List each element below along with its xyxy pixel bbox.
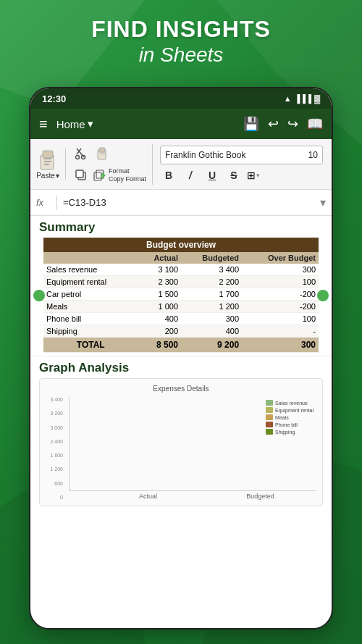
- ribbon-top-row: ━━━: [72, 144, 146, 163]
- bold-button[interactable]: B: [160, 167, 177, 183]
- redo-icon[interactable]: ↪: [287, 116, 298, 132]
- copy-format-label: Copy Format: [109, 175, 146, 183]
- svg-rect-9: [44, 164, 49, 165]
- signal-icon: ▐▐▐: [295, 94, 311, 103]
- legend-label: Shipping: [275, 430, 295, 435]
- font-name: Franklin Gothic Book: [165, 150, 300, 160]
- ribbon-bottom-row: Format Copy Format: [72, 166, 146, 185]
- table-cell: Equipment rental: [43, 276, 138, 288]
- x-axis-label: Actual: [92, 493, 204, 500]
- paste-text: Paste: [36, 172, 55, 180]
- total-row: TOTAL8 5009 200300: [43, 338, 319, 353]
- font-name-row[interactable]: Franklin Gothic Book 10: [160, 146, 323, 164]
- table-cell: 300: [181, 313, 242, 325]
- copy-format-button[interactable]: Format Copy Format: [93, 167, 146, 183]
- strikethrough-button[interactable]: S: [225, 167, 243, 183]
- undo-icon[interactable]: ↩: [268, 116, 279, 132]
- table-row: Car petrol1 5001 700-200: [43, 288, 319, 301]
- status-bar: 12:30 ▲ ▐▐▐ ▓: [30, 88, 332, 109]
- table-cell: -200: [242, 288, 319, 301]
- total-cell: 9 200: [181, 338, 242, 353]
- formula-bar: fx =C13-D13 ▾: [30, 190, 332, 216]
- legend-color: [266, 407, 273, 413]
- col-header-actual: Actual: [138, 252, 181, 264]
- status-time: 12:30: [42, 93, 66, 104]
- borders-group[interactable]: ⊞ ▾: [247, 170, 260, 181]
- budget-table-wrapper: Budget overview Actual Budgeted Over Bud…: [39, 238, 323, 353]
- formula-divider: [56, 196, 57, 210]
- table-row: Equipment rental2 3002 200100: [43, 276, 319, 288]
- legend-color: [266, 400, 273, 406]
- legend-color: [266, 429, 273, 435]
- total-cell: 8 500: [138, 338, 181, 353]
- status-icons: ▲ ▐▐▐ ▓: [284, 94, 320, 103]
- phone-mockup: 12:30 ▲ ▐▐▐ ▓ ≡ Home ▾ 💾 ↩ ↪ 📖: [29, 87, 333, 630]
- svg-rect-7: [44, 158, 51, 159]
- budget-table: Budget overview Actual Budgeted Over Bud…: [43, 238, 319, 353]
- legend-label: Meals: [275, 415, 289, 420]
- y-axis-label: 2 400: [50, 439, 63, 444]
- table-cell: 400: [181, 325, 242, 338]
- y-axis-label: 3 400: [50, 397, 63, 402]
- svg-rect-18: [76, 170, 83, 177]
- total-cell: TOTAL: [43, 338, 138, 353]
- budget-overview-title: Budget overview: [43, 238, 319, 252]
- formula-chevron[interactable]: ▾: [320, 196, 326, 209]
- formula-input[interactable]: =C13-D13: [63, 197, 314, 208]
- chart-x-labels: ActualBudgeted: [92, 493, 316, 500]
- chart-legend: Sales revenueEquipment rentalMealsPhone …: [266, 400, 313, 436]
- format-row: B / U S ⊞ ▾: [160, 167, 323, 183]
- svg-text:━━━: ━━━: [99, 151, 107, 156]
- y-axis-label: 1 800: [50, 453, 63, 458]
- paste-group: Paste ▾: [36, 149, 66, 180]
- table-row: Shipping200400-: [43, 325, 319, 338]
- ribbon-small-icons: ━━━: [72, 144, 153, 185]
- nav-home[interactable]: Home ▾: [56, 117, 235, 130]
- menu-icon[interactable]: ≡: [39, 116, 48, 133]
- table-col-headers: Actual Budgeted Over Budget: [43, 252, 319, 264]
- nav-bar: ≡ Home ▾ 💾 ↩ ↪ 📖: [30, 109, 332, 139]
- table-cell: 300: [242, 264, 319, 276]
- italic-button[interactable]: /: [182, 167, 199, 183]
- summary-section: Summary Budget overview Actual Budgeted …: [30, 216, 332, 356]
- table-title-row: Budget overview: [43, 238, 319, 252]
- format-label: Format: [109, 167, 146, 175]
- copy-format-icon: [93, 169, 106, 182]
- table-cell: 400: [138, 313, 181, 325]
- home-dropdown-icon: ▾: [88, 117, 93, 130]
- table-cell: 3 400: [181, 264, 242, 276]
- legend-color: [266, 414, 273, 420]
- total-cell: 300: [242, 338, 319, 353]
- book-icon[interactable]: 📖: [307, 116, 323, 132]
- copy-button[interactable]: [72, 166, 90, 185]
- nav-right-icons: 💾 ↩ ↪ 📖: [243, 116, 323, 132]
- table-cell: -200: [242, 301, 319, 313]
- col-header-name: [43, 252, 138, 264]
- col-header-overbudget: Over Budget: [242, 252, 319, 264]
- legend-item: Equipment rental: [266, 407, 313, 413]
- table-cell: 1 700: [181, 288, 242, 301]
- legend-item: Phone bill: [266, 422, 313, 427]
- paste-special-button[interactable]: ━━━: [93, 144, 112, 163]
- chart-container: Expenses Details 3 4003 2003 0002 4001 8…: [39, 378, 323, 506]
- table-row: Phone bill400300100: [43, 313, 319, 325]
- underline-button[interactable]: U: [203, 167, 221, 183]
- legend-item: Shipping: [266, 429, 313, 435]
- budget-table-body: Sales revenue3 1003 400300Equipment rent…: [43, 264, 319, 353]
- table-cell: -: [242, 325, 319, 338]
- cut-button[interactable]: [72, 144, 90, 163]
- save-icon[interactable]: 💾: [243, 116, 259, 132]
- legend-item: Meals: [266, 414, 313, 420]
- legend-item: Sales revenue: [266, 400, 313, 406]
- table-cell: 2 300: [138, 276, 181, 288]
- table-cell: 100: [242, 313, 319, 325]
- table-cell: Shipping: [43, 325, 138, 338]
- wifi-icon: ▲: [284, 94, 292, 103]
- svg-point-12: [76, 155, 80, 159]
- table-cell: 200: [138, 325, 181, 338]
- y-axis-label: 0: [60, 495, 63, 500]
- borders-dropdown-icon: ▾: [256, 172, 260, 179]
- paste-icon[interactable]: [36, 149, 59, 172]
- ribbon-toolbar: Paste ▾ ━━━: [30, 139, 332, 190]
- table-cell: Meals: [43, 301, 138, 313]
